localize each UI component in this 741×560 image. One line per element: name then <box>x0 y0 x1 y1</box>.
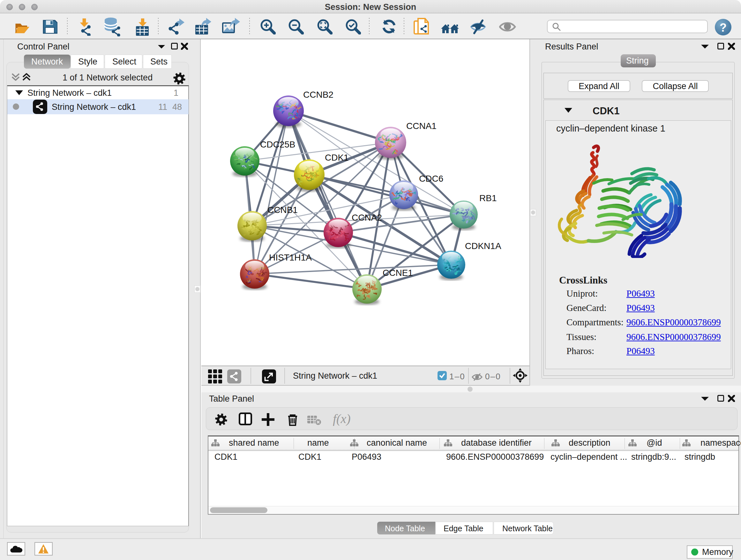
svg-text:CDK1: CDK1 <box>325 152 349 163</box>
svg-text:RB1: RB1 <box>479 193 496 203</box>
svg-text:CCNE1: CCNE1 <box>383 268 413 278</box>
svg-text:CCNB2: CCNB2 <box>303 90 333 100</box>
svg-text:CDC6: CDC6 <box>419 174 443 184</box>
svg-text:CDC25B: CDC25B <box>260 139 295 149</box>
svg-text:HIST1H1A: HIST1H1A <box>269 253 312 262</box>
svg-text:CCNA2: CCNA2 <box>352 212 382 223</box>
svg-text:CCNB1: CCNB1 <box>267 205 298 215</box>
svg-text:CDKN1A: CDKN1A <box>465 241 501 251</box>
svg-text:CCNA1: CCNA1 <box>406 121 436 131</box>
